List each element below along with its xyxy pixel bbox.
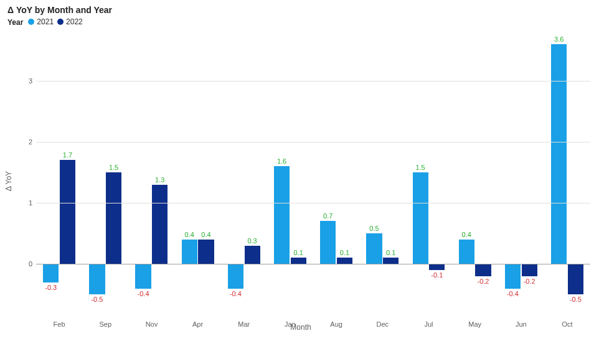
bar[interactable]: 1.7 [60,32,75,307]
bar-fill [413,172,428,264]
bar-group: -0.41.3Nov [128,32,174,307]
bar[interactable]: -0.4 [228,32,243,307]
bar[interactable]: 0.1 [291,32,306,307]
bar[interactable]: 1.5 [413,32,428,307]
x-axis-label: Month [290,323,311,332]
category-label: Jun [498,320,544,328]
data-label: -0.5 [570,296,582,303]
bar-fill [568,264,583,294]
legend: Year 20212022 [7,17,592,27]
bar[interactable]: -0.4 [505,32,521,307]
legend-text: 2022 [66,17,83,26]
bar[interactable]: -0.1 [429,32,445,307]
category-label: Nov [128,320,174,328]
data-label: -0.5 [91,296,103,303]
gridline [36,142,590,142]
data-label: 0.7 [323,212,333,220]
data-label: 0.1 [386,249,395,256]
bar-fill [245,246,260,264]
category-label: May [452,320,498,328]
data-label: 1.7 [63,151,72,159]
y-tick-label: 1 [29,199,36,207]
bar[interactable]: 1.3 [152,32,167,307]
gridline [36,81,590,82]
data-label: -0.4 [507,290,519,297]
data-label: 0.1 [294,249,303,256]
bar[interactable]: 3.6 [551,32,567,307]
bar[interactable]: -0.5 [89,32,105,307]
category-label: Dec [359,320,405,328]
legend-text: 2021 [37,17,54,26]
bar-group: 0.50.1Dec [359,32,405,307]
plot-area: Δ YoY -0.31.7Feb-0.51.5Sep-0.41.3Nov0.40… [11,32,590,330]
bar-group: 1.60.1Jan [267,32,313,307]
bar[interactable]: 0.3 [245,32,260,307]
bar-fill [60,160,75,264]
bar[interactable]: -0.2 [522,32,537,307]
bar-group: 0.4-0.2May [452,32,498,307]
bar[interactable]: 0.4 [198,32,214,307]
bar[interactable]: 1.6 [274,32,290,307]
bar-group: -0.31.7Feb [36,32,82,307]
gridline [36,264,590,264]
data-label: 1.5 [109,164,118,171]
bar-group: 0.40.4Apr [175,32,221,307]
category-label: Sep [82,320,128,328]
bar-fill [366,233,382,264]
data-label: -0.2 [524,278,535,285]
bar-fill [89,264,105,294]
bar[interactable]: 0.7 [320,32,336,307]
bar-fill [228,264,243,288]
data-label: -0.1 [431,271,443,279]
chart-container: Δ YoY by Month and Year Year 20212022 Δ … [0,0,599,364]
bar[interactable]: -0.5 [568,32,583,307]
data-label: 0.4 [201,231,210,238]
legend-axis-label: Year [7,18,23,27]
data-label: 1.5 [415,164,425,171]
bar[interactable]: 0.4 [459,32,474,307]
bar-fill [522,264,537,276]
bar[interactable]: 1.5 [106,32,121,307]
bar-fill [429,264,445,270]
data-label: 1.3 [155,176,164,184]
data-label: 0.4 [185,231,194,238]
bar-fill [505,264,521,288]
y-tick-label: 0 [29,260,36,268]
bar-group: -0.4-0.2Jun [498,32,544,307]
category-label: Aug [313,320,359,328]
legend-item-2022[interactable]: 2022 [57,17,83,26]
y-tick-label: 2 [29,138,36,146]
bar[interactable]: 0.1 [337,32,352,307]
bar-fill [182,240,197,264]
bar[interactable]: 0.1 [383,32,399,307]
bar-group: 0.70.1Aug [313,32,359,307]
bar-fill [551,44,567,264]
data-label: 0.1 [340,249,349,256]
bar[interactable]: 0.4 [182,32,197,307]
y-axis-label: Δ YoY [4,171,13,191]
bar[interactable]: -0.4 [135,32,151,307]
data-label: 0.5 [369,225,379,232]
bar[interactable]: -0.2 [475,32,491,307]
bar-group: -0.40.3Mar [221,32,267,307]
data-label: 0.3 [247,237,257,245]
bar-fill [291,258,306,264]
bar-fill [152,185,167,264]
category-label: Feb [36,320,82,328]
bar-group: -0.51.5Sep [82,32,128,307]
bar-fill [135,264,151,288]
bar-fill [274,166,290,264]
legend-item-2021[interactable]: 2021 [28,17,54,26]
bar-fill [106,172,121,264]
bar-fill [337,258,352,264]
bar-fill [459,240,474,264]
data-label: -0.4 [138,290,149,297]
bar[interactable]: -0.3 [43,32,59,307]
category-label: Mar [221,320,267,328]
y-tick-label: 3 [29,77,36,85]
category-label: Apr [175,320,221,328]
chart-title: Δ YoY by Month and Year [7,5,592,15]
bar[interactable]: 0.5 [366,32,382,307]
bar-fill [320,221,336,264]
category-label: Oct [544,320,590,328]
